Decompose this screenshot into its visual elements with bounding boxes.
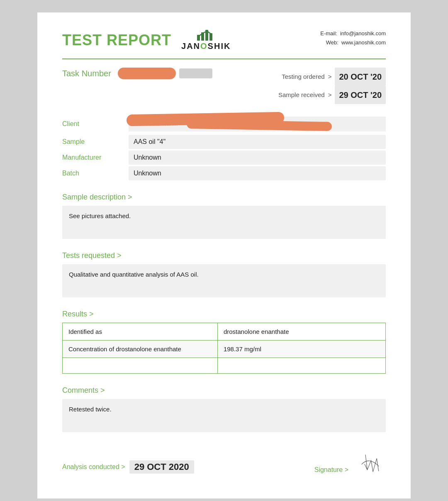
- task-dates: Testing ordered > 20 OCT '20 Sample rece…: [278, 68, 386, 104]
- logo-text: JANOSHIK: [181, 41, 231, 51]
- testing-ordered-arrow: >: [328, 71, 332, 83]
- sample-description-box: See pictures attached.: [62, 206, 386, 239]
- manufacturer-label: Manufacturer: [62, 154, 129, 161]
- svg-point-4: [197, 36, 199, 37]
- table-row: Concentration of drostanolone enanthate …: [63, 340, 386, 358]
- svg-point-7: [210, 33, 212, 35]
- sample-value: AAS oil "4": [129, 135, 386, 149]
- signature-label: Signature >: [314, 466, 348, 474]
- footer: Analysis conducted > 29 OCT 2020 Signatu…: [62, 453, 386, 474]
- client-label: Client: [62, 120, 129, 128]
- client-row: Client Fra... —es Han...: [62, 117, 386, 131]
- sample-label: Sample: [62, 138, 129, 146]
- task-redact-orange: [118, 68, 176, 79]
- comments-box: Retested twice.: [62, 399, 386, 432]
- tests-requested-box: Qualitative and quantitative analysis of…: [62, 264, 386, 297]
- tests-requested-title: Tests requested >: [62, 251, 386, 260]
- client-value-wrap: Fra... —es Han...: [129, 117, 386, 131]
- analysis-date: 29 OCT 2020: [129, 460, 194, 474]
- manufacturer-value: Unknown: [129, 151, 386, 165]
- comments-title: Comments >: [62, 386, 386, 395]
- sample-row: Sample AAS oil "4": [62, 135, 386, 149]
- task-left: Task Number: [62, 68, 212, 79]
- result-col2-empty: [217, 358, 385, 374]
- results-table: Identified as drostanolone enanthate Con…: [62, 323, 386, 374]
- client-section: Client Fra... —es Han... Sample AAS oil …: [62, 117, 386, 180]
- task-redact-gray: [179, 68, 212, 78]
- svg-point-5: [202, 32, 204, 34]
- results-tbody: Identified as drostanolone enanthate Con…: [63, 323, 386, 374]
- testing-ordered-label: Testing ordered: [282, 71, 324, 83]
- result-col2-0: drostanolone enanthate: [217, 323, 385, 340]
- logo: JANOSHIK: [181, 29, 231, 51]
- header-left: TEST REPORT JANOSHIK: [62, 29, 231, 51]
- table-row-empty: [63, 358, 386, 374]
- testing-ordered-date: 20 OCT '20: [335, 68, 386, 86]
- results-title: Results >: [62, 310, 386, 319]
- sample-received-date: 29 OCT '20: [335, 86, 386, 104]
- testing-ordered-row: Testing ordered > 20 OCT '20: [278, 68, 386, 86]
- comments-section: Comments > Retested twice.: [62, 386, 386, 432]
- results-section: Results > Identified as drostanolone ena…: [62, 310, 386, 374]
- report-page: TEST REPORT JANOSHIK: [37, 12, 411, 499]
- sample-received-row: Sample received > 29 OCT '20: [278, 86, 386, 104]
- batch-value: Unknown: [129, 166, 386, 180]
- batch-label: Batch: [62, 170, 129, 177]
- sample-received-label: Sample received: [278, 89, 325, 101]
- svg-point-6: [206, 30, 208, 32]
- analysis-label: Analysis conducted >: [62, 463, 125, 471]
- task-number-redacted: [118, 68, 212, 79]
- header-contact: E-mail: info@janoshik.com Web: www.janos…: [320, 29, 386, 47]
- sample-description-title: Sample description >: [62, 193, 386, 202]
- sample-received-arrow: >: [328, 89, 332, 101]
- task-row: Task Number Testing ordered > 20 OCT '20…: [62, 68, 386, 104]
- result-col2-1: 198.37 mg/ml: [217, 340, 385, 358]
- result-col1-0: Identified as: [63, 323, 218, 340]
- report-header: TEST REPORT JANOSHIK: [62, 29, 386, 51]
- logo-chart-icon: [196, 29, 216, 41]
- analysis-section: Analysis conducted > 29 OCT 2020: [62, 460, 194, 474]
- task-label: Task Number: [62, 69, 111, 78]
- sample-description-section: Sample description > See pictures attach…: [62, 193, 386, 239]
- report-title: TEST REPORT: [62, 32, 171, 49]
- client-value-hidden: Fra... —es Han...: [134, 120, 178, 127]
- result-col1-empty: [63, 358, 218, 374]
- batch-row: Batch Unknown: [62, 166, 386, 180]
- signature-graphic: [353, 453, 386, 474]
- client-value-bg: Fra... —es Han...: [129, 117, 386, 131]
- header-divider: [62, 58, 386, 59]
- manufacturer-row: Manufacturer Unknown: [62, 151, 386, 165]
- table-row: Identified as drostanolone enanthate: [63, 323, 386, 340]
- contact-email: E-mail: info@janoshik.com: [320, 29, 386, 38]
- tests-requested-section: Tests requested > Qualitative and quanti…: [62, 251, 386, 297]
- contact-web: Web: www.janoshik.com: [320, 38, 386, 47]
- signature-section: Signature >: [314, 453, 386, 474]
- result-col1-1: Concentration of drostanolone enanthate: [63, 340, 218, 358]
